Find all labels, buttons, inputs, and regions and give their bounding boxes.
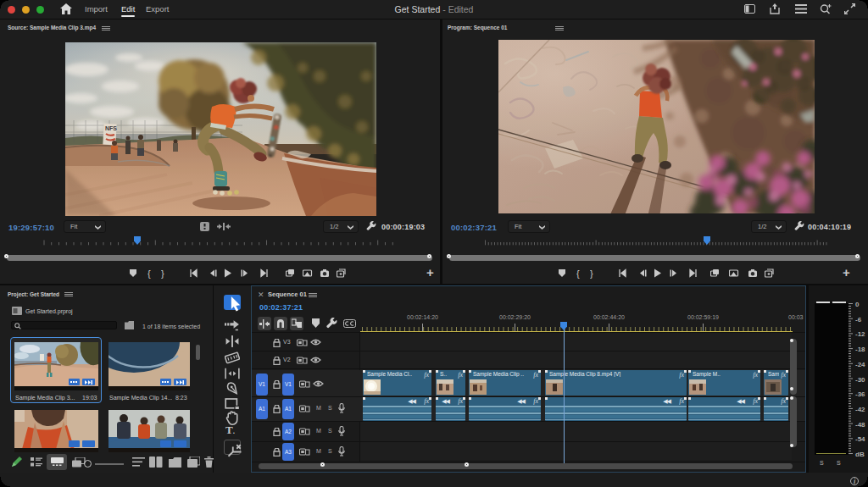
svg-text:{: {: [147, 268, 151, 279]
svg-text:}: }: [590, 268, 593, 279]
svg-text:{: {: [576, 268, 580, 279]
svg-text:}: }: [161, 268, 164, 279]
